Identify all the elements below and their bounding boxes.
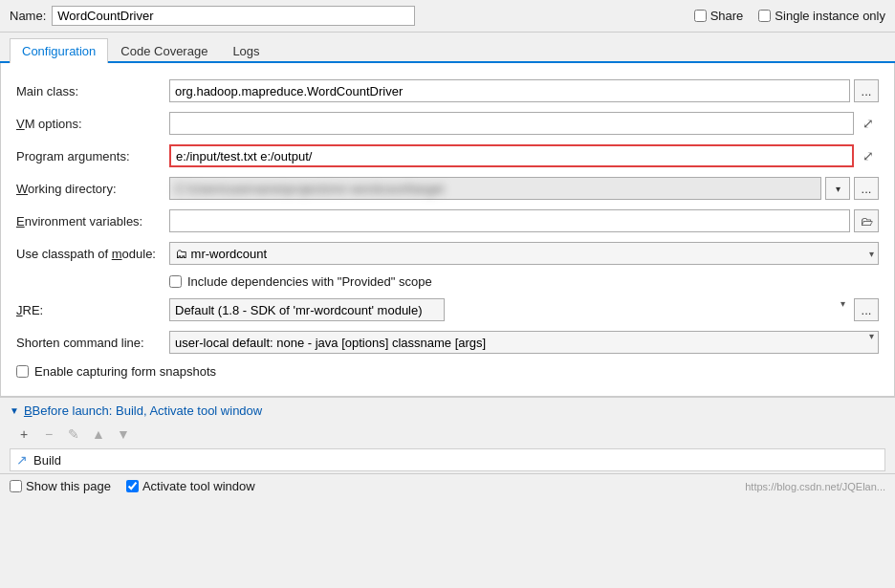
working-dir-row: Working directory: C:\Users\username\pro… bbox=[1, 172, 894, 205]
share-checkbox-label[interactable]: Share bbox=[694, 9, 744, 23]
jre-label: JRE: bbox=[16, 303, 169, 317]
before-launch-title: BBefore launch: Build, Activate tool win… bbox=[24, 403, 262, 418]
working-dir-value: C:\Users\username\projects\mr-wordcount\… bbox=[175, 182, 444, 196]
enable-snapshots-label: Enable capturing form snapshots bbox=[34, 364, 216, 379]
module-row: Use classpath of module: 🗂 mr-wordcount … bbox=[1, 237, 894, 270]
shorten-select-wrap: user-local default: none - java [options… bbox=[169, 331, 879, 354]
env-vars-label: Environment variables: bbox=[16, 214, 169, 229]
main-class-input[interactable] bbox=[169, 79, 850, 102]
jre-field: Default (1.8 - SDK of 'mr-wordcount' mod… bbox=[169, 298, 879, 321]
working-dir-dropdown: ▾ bbox=[825, 177, 850, 200]
folder-icon: 🗁 bbox=[861, 214, 873, 229]
program-args-field: ⤢ bbox=[169, 144, 879, 167]
include-deps-checkbox[interactable] bbox=[169, 275, 182, 288]
before-launch-header: ▼ BBefore launch: Build, Activate tool w… bbox=[10, 403, 885, 418]
shorten-row: Shorten command line: user-local default… bbox=[1, 326, 894, 359]
main-class-field: ... bbox=[169, 79, 879, 102]
tab-configuration[interactable]: Configuration bbox=[10, 38, 108, 63]
shorten-label: Shorten command line: bbox=[16, 336, 169, 350]
single-instance-checkbox[interactable] bbox=[758, 10, 771, 22]
move-down-button[interactable]: ▼ bbox=[113, 424, 134, 445]
vm-options-row: VM options: ⤢ bbox=[1, 107, 894, 140]
jre-browse-button[interactable]: ... bbox=[854, 298, 879, 321]
show-page-checkbox[interactable] bbox=[10, 480, 22, 492]
before-launch-section: ▼ BBefore launch: Build, Activate tool w… bbox=[0, 397, 895, 471]
watermark: https://blog.csdn.net/JQElan... bbox=[745, 481, 885, 492]
top-bar: Name: Share Single instance only bbox=[0, 0, 895, 33]
move-up-button[interactable]: ▲ bbox=[88, 424, 109, 445]
include-deps-label: Include dependencies with "Provided" sco… bbox=[187, 274, 432, 289]
env-vars-folder-button[interactable]: 🗁 bbox=[854, 209, 879, 232]
enable-snapshots-checkbox[interactable] bbox=[16, 365, 29, 378]
include-deps-row: Include dependencies with "Provided" sco… bbox=[1, 270, 894, 294]
name-label: Name: bbox=[10, 9, 46, 23]
show-page-checkbox-label[interactable]: Show this page bbox=[10, 479, 111, 493]
tabs: Configuration Code Coverage Logs bbox=[0, 33, 895, 63]
program-args-row: Program arguments: ⤢ bbox=[1, 140, 894, 172]
working-dir-browse-button[interactable]: ... bbox=[854, 177, 879, 200]
working-dir-dropdown-btn[interactable]: ▾ bbox=[825, 177, 850, 200]
show-page-label: Show this page bbox=[26, 479, 111, 493]
main-class-row: Main class: ... bbox=[1, 75, 894, 107]
main-panel: Main class: ... VM options: ⤢ Program ar… bbox=[0, 63, 895, 397]
program-args-input[interactable] bbox=[169, 144, 854, 167]
main-class-browse-button[interactable]: ... bbox=[854, 79, 879, 102]
module-select-wrapper: 🗂 mr-wordcount ▾ bbox=[169, 242, 879, 265]
program-args-label: Program arguments: bbox=[16, 149, 169, 163]
share-label: Share bbox=[710, 9, 744, 23]
activate-tool-checkbox[interactable] bbox=[126, 480, 139, 492]
tab-logs[interactable]: Logs bbox=[220, 38, 272, 63]
build-item: ↗ Build bbox=[10, 448, 885, 471]
activate-tool-checkbox-label[interactable]: Activate tool window bbox=[126, 479, 255, 493]
build-arrow-icon: ↗ bbox=[16, 452, 28, 468]
program-args-expand-button[interactable]: ⤢ bbox=[858, 145, 879, 166]
env-vars-input[interactable] bbox=[169, 209, 850, 232]
working-dir-label: Working directory: bbox=[16, 182, 169, 196]
share-checkbox[interactable] bbox=[694, 10, 707, 22]
tab-code-coverage[interactable]: Code Coverage bbox=[108, 38, 220, 63]
main-class-label: Main class: bbox=[16, 84, 169, 98]
jre-select-wrap: Default (1.8 - SDK of 'mr-wordcount' mod… bbox=[169, 298, 850, 321]
vm-options-input[interactable] bbox=[169, 112, 854, 135]
module-label: Use classpath of module: bbox=[16, 247, 169, 261]
shorten-select[interactable]: user-local default: none - java [options… bbox=[169, 331, 879, 354]
single-instance-label: Single instance only bbox=[775, 9, 885, 23]
working-dir-field: C:\Users\username\projects\mr-wordcount\… bbox=[169, 177, 879, 200]
name-input[interactable] bbox=[52, 6, 415, 26]
env-vars-field: 🗁 bbox=[169, 209, 879, 232]
vm-options-expand-button[interactable]: ⤢ bbox=[858, 113, 879, 134]
remove-button[interactable]: − bbox=[38, 424, 59, 445]
edit-button[interactable]: ✎ bbox=[63, 424, 84, 445]
enable-snapshots-row: Enable capturing form snapshots bbox=[1, 359, 894, 384]
vm-options-field: ⤢ bbox=[169, 112, 879, 135]
activate-tool-label: Activate tool window bbox=[142, 479, 255, 493]
jre-row: JRE: Default (1.8 - SDK of 'mr-wordcount… bbox=[1, 294, 894, 326]
collapse-triangle-icon[interactable]: ▼ bbox=[10, 405, 19, 416]
add-button[interactable]: + bbox=[13, 424, 34, 445]
before-launch-toolbar: + − ✎ ▲ ▼ bbox=[10, 422, 885, 446]
jre-select-arrow-icon: ▾ bbox=[840, 298, 845, 309]
working-dir-input[interactable]: C:\Users\username\projects\mr-wordcount\… bbox=[169, 177, 821, 200]
build-item-label: Build bbox=[33, 453, 61, 468]
top-bar-right: Share Single instance only bbox=[694, 9, 885, 23]
module-select[interactable]: 🗂 mr-wordcount bbox=[169, 242, 879, 265]
single-instance-checkbox-label[interactable]: Single instance only bbox=[758, 9, 885, 23]
bottom-bar: Show this page Activate tool window http… bbox=[0, 473, 895, 498]
env-vars-row: Environment variables: 🗁 bbox=[1, 205, 894, 237]
jre-select[interactable]: Default (1.8 - SDK of 'mr-wordcount' mod… bbox=[169, 298, 445, 321]
vm-options-label: VM options: bbox=[16, 117, 169, 131]
